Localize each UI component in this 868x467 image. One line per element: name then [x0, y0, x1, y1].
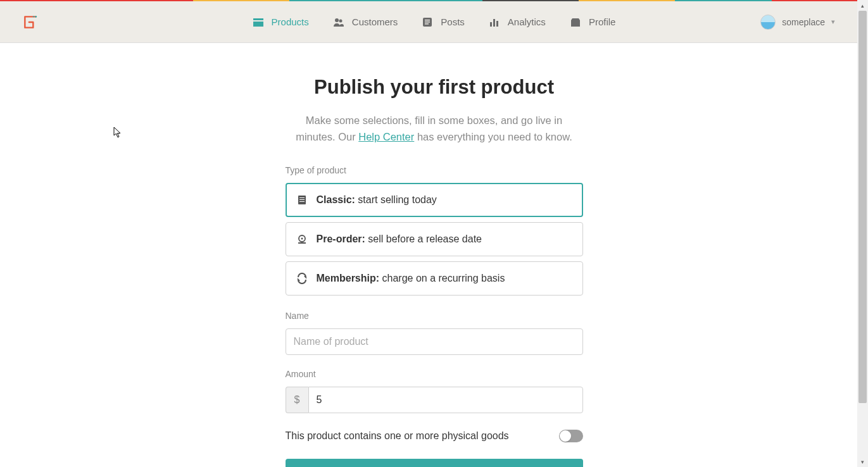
- classic-icon: [296, 194, 308, 206]
- svg-rect-15: [299, 197, 305, 198]
- svg-rect-16: [299, 199, 305, 200]
- username: someplace: [782, 17, 825, 27]
- amount-label: Amount: [286, 369, 583, 379]
- physical-goods-toggle[interactable]: [559, 430, 583, 442]
- nav-customers-label: Customers: [352, 16, 398, 27]
- nav-analytics[interactable]: Analytics: [489, 16, 546, 28]
- type-title: Classic:: [317, 194, 355, 205]
- type-title: Pre-order:: [317, 233, 365, 244]
- help-center-link[interactable]: Help Center: [358, 131, 414, 142]
- toggle-knob: [560, 430, 571, 442]
- svg-point-4: [335, 18, 339, 22]
- posts-icon: [422, 16, 433, 28]
- svg-rect-8: [425, 22, 430, 23]
- svg-rect-9: [425, 23, 429, 25]
- customers-icon: [333, 16, 344, 28]
- top-header: Products Customers Posts Analytics Profi…: [0, 1, 868, 43]
- nav-posts[interactable]: Posts: [422, 16, 465, 28]
- svg-point-0: [35, 15, 37, 17]
- currency-symbol: $: [286, 387, 308, 413]
- page-subtitle: Make some selections, fill in some boxes…: [286, 113, 583, 145]
- svg-point-5: [339, 19, 342, 22]
- type-label: Type of product: [286, 165, 583, 175]
- nav-products-label: Products: [272, 16, 309, 27]
- name-input[interactable]: [286, 328, 583, 355]
- nav-posts-label: Posts: [441, 16, 465, 27]
- chevron-down-icon: ▾: [831, 18, 835, 26]
- scrollbar-down-arrow[interactable]: ▾: [857, 456, 868, 467]
- gumroad-logo[interactable]: [22, 14, 39, 30]
- svg-point-1: [33, 16, 34, 17]
- type-option-membership[interactable]: Membership: charge on a recurring basis: [286, 261, 583, 296]
- nav-profile-label: Profile: [589, 16, 616, 27]
- type-option-classic[interactable]: Classic: start selling today: [286, 183, 583, 217]
- user-menu[interactable]: someplace ▾: [760, 15, 835, 30]
- analytics-icon: [489, 16, 500, 28]
- type-desc: sell before a release date: [365, 233, 482, 244]
- type-desc: charge on a recurring basis: [379, 273, 505, 283]
- nav-profile[interactable]: Profile: [570, 16, 616, 28]
- svg-rect-3: [253, 22, 263, 27]
- amount-input[interactable]: [308, 387, 583, 413]
- svg-rect-12: [496, 21, 498, 27]
- nav-analytics-label: Analytics: [508, 16, 546, 27]
- type-option-preorder[interactable]: Pre-order: sell before a release date: [286, 222, 583, 256]
- scrollbar[interactable]: ▴ ▾: [857, 0, 868, 467]
- svg-rect-17: [299, 201, 305, 202]
- main-content: Publish your first product Make some sel…: [286, 43, 583, 467]
- main-nav: Products Customers Posts Analytics Profi…: [253, 16, 616, 28]
- products-icon: [253, 16, 264, 28]
- type-title: Membership:: [317, 273, 380, 283]
- svg-point-20: [301, 238, 303, 240]
- name-label: Name: [286, 311, 583, 321]
- nav-customers[interactable]: Customers: [333, 16, 398, 28]
- physical-goods-label: This product contains one or more physic…: [286, 430, 509, 442]
- next-customize-button[interactable]: Next: Customize: [286, 459, 583, 467]
- scrollbar-up-arrow[interactable]: ▴: [857, 0, 868, 11]
- type-desc: start selling today: [355, 194, 437, 205]
- preorder-icon: [296, 233, 308, 245]
- avatar: [760, 15, 776, 30]
- mouse-cursor: [113, 127, 122, 138]
- svg-rect-7: [425, 20, 430, 21]
- nav-products[interactable]: Products: [253, 16, 309, 28]
- page-title: Publish your first product: [286, 76, 583, 99]
- svg-rect-10: [490, 22, 492, 27]
- svg-rect-19: [298, 242, 306, 244]
- type-options: Classic: start selling today Pre-order: …: [286, 183, 583, 296]
- membership-icon: [296, 273, 308, 284]
- svg-rect-13: [571, 20, 580, 27]
- svg-rect-11: [493, 19, 495, 27]
- profile-icon: [570, 16, 581, 28]
- scrollbar-thumb[interactable]: [859, 11, 867, 403]
- svg-rect-2: [253, 18, 263, 20]
